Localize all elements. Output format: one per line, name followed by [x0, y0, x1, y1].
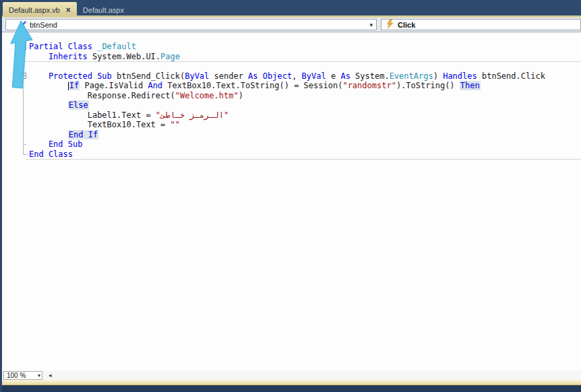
code-token: System.Web.UI. [88, 52, 160, 61]
code-token: btnSend_Click( [112, 71, 185, 81]
close-icon[interactable]: × [66, 7, 71, 13]
code-token: Page.IsValid [80, 81, 148, 90]
object-dropdown[interactable]: btnSend ▾ [5, 19, 377, 30]
code-area[interactable]: Partial Class _DefaultInherits System.We… [2, 32, 581, 159]
zoom-value: 100 % [4, 372, 38, 379]
code-token: ) [239, 91, 243, 100]
code-token: System. [350, 71, 390, 81]
code-token: Handles [443, 71, 477, 81]
chevron-down-icon: ▾ [38, 372, 42, 379]
code-token: _Default [97, 42, 136, 51]
code-line[interactable]: Partial Class _Default [2, 42, 581, 52]
event-dropdown-value: Click [398, 21, 415, 29]
code-token: If [69, 81, 80, 90]
code-token: "Welcome.htm" [175, 91, 239, 100]
code-token: Partial Class [29, 42, 97, 51]
code-token: Object [263, 71, 292, 81]
code-token: End Sub [49, 139, 83, 149]
code-token: Inherits [49, 52, 88, 61]
code-token: e [326, 71, 341, 81]
chevron-down-icon[interactable]: ▾ [369, 22, 373, 28]
code-line[interactable]: Response.Redirect("Welcome.htm") [2, 91, 581, 101]
zoom-select[interactable]: 100 % ▾ [3, 371, 42, 380]
annotation-arrow-icon [3, 19, 40, 94]
code-token: ByVal [185, 71, 209, 81]
code-token: Page [160, 52, 180, 61]
scrollbar-strip [0, 380, 581, 385]
code-token: TextBox10.Text.ToString() = Session( [162, 81, 342, 90]
tab-label: Default.aspx [83, 6, 124, 14]
code-token: "randomstr" [342, 81, 396, 90]
code-token: As [340, 71, 350, 81]
code-line[interactable] [2, 61, 581, 71]
code-token: ByVal [302, 71, 326, 81]
window-left-edge [0, 0, 2, 392]
code-token: "الـرمـز خـاطئ" [156, 110, 228, 120]
code-token: And [148, 81, 162, 90]
code-token: Else [68, 100, 89, 110]
code-token: Label1.Text = [88, 110, 156, 120]
code-token: , [292, 71, 301, 81]
document-tab-bar: Default.aspx.vb × Default.aspx [0, 0, 581, 18]
code-token: As [248, 71, 257, 81]
code-token: sender [209, 71, 248, 81]
code-token: End If [68, 130, 98, 139]
code-token: Protected Sub [49, 71, 112, 81]
code-line[interactable]: TextBox10.Text = "" [2, 120, 581, 130]
code-token: End Class [29, 150, 73, 159]
code-token: Then [460, 81, 481, 90]
code-token [258, 71, 263, 81]
lightning-icon [386, 20, 394, 30]
navigation-bar: btnSend ▾ Click [0, 18, 581, 32]
code-line[interactable]: End Class [2, 150, 581, 160]
tab-label: Default.aspx.vb [9, 6, 60, 14]
code-token: ).ToString() [396, 81, 460, 90]
code-token: "" [171, 120, 180, 129]
code-token: TextBox10.Text = [88, 120, 171, 129]
vs-editor-window: Default.aspx.vb × Default.aspx btnSend ▾… [0, 0, 581, 392]
event-dropdown[interactable]: Click [381, 19, 581, 30]
code-token: ) [433, 71, 443, 81]
code-editor[interactable]: Partial Class _DefaultInherits System.We… [2, 32, 581, 380]
code-line[interactable]: Protected Sub btnSend_Click(ByVal sender… [2, 71, 581, 81]
code-token: Response.Redirect( [88, 91, 175, 100]
code-line[interactable]: End If [2, 130, 581, 140]
code-line[interactable]: Label1.Text = "الـرمـز خـاطئ" [2, 110, 581, 121]
code-token: btnSend.Click [477, 71, 545, 81]
code-line[interactable]: If Page.IsValid And TextBox10.Text.ToStr… [2, 81, 581, 91]
window-bottom-bar [0, 385, 581, 392]
code-line[interactable]: End Sub [2, 139, 581, 150]
code-token: EventArgs [390, 71, 433, 81]
code-line[interactable]: Inherits System.Web.UI.Page [2, 52, 581, 62]
status-bar: 100 % ▾ ◂ [2, 370, 581, 380]
horizontal-scrollbar-track[interactable] [52, 370, 581, 380]
code-line[interactable]: Else [2, 100, 581, 110]
